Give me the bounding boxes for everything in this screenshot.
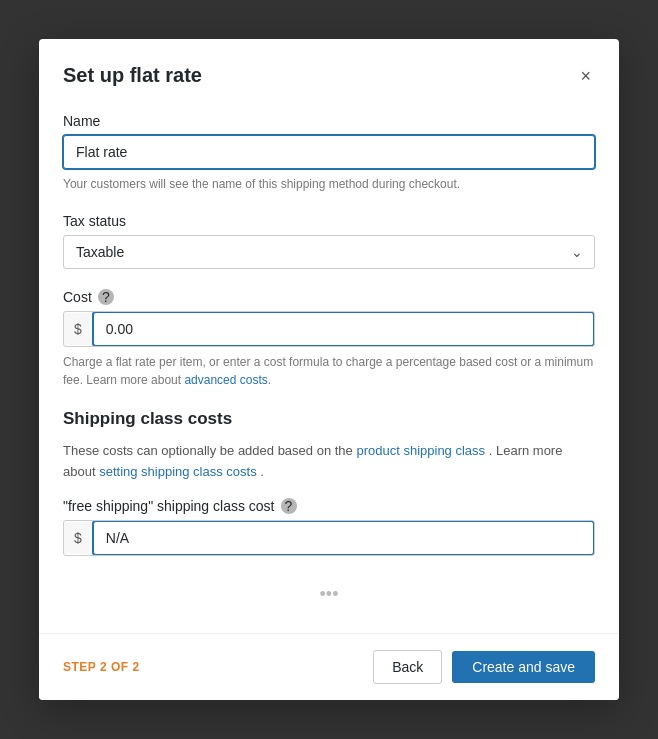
free-shipping-input-wrapper: $ xyxy=(63,520,595,556)
name-field-group: Name Your customers will see the name of… xyxy=(63,113,595,193)
modal-header: Set up flat rate × xyxy=(39,39,619,105)
cost-field-group: Cost ? $ Charge a flat rate per item, or… xyxy=(63,289,595,389)
cost-input-wrapper: $ xyxy=(63,311,595,347)
back-button[interactable]: Back xyxy=(373,650,442,684)
cost-label-row: Cost ? xyxy=(63,289,595,305)
name-input[interactable] xyxy=(63,135,595,169)
free-shipping-label: "free shipping" shipping class cost xyxy=(63,498,275,514)
advanced-costs-link[interactable]: advanced costs xyxy=(184,373,267,387)
cost-hint: Charge a flat rate per item, or enter a … xyxy=(63,353,595,389)
cost-label: Cost xyxy=(63,289,92,305)
free-shipping-label-row: "free shipping" shipping class cost ? xyxy=(63,498,595,514)
modal-dialog: Set up flat rate × Name Your customers w… xyxy=(39,39,619,701)
close-button[interactable]: × xyxy=(576,63,595,89)
footer-actions: Back Create and save xyxy=(373,650,595,684)
free-shipping-input[interactable] xyxy=(93,521,594,555)
product-shipping-class-link[interactable]: product shipping class xyxy=(356,443,485,458)
free-shipping-prefix: $ xyxy=(64,522,93,554)
name-label: Name xyxy=(63,113,595,129)
tax-status-label: Tax status xyxy=(63,213,595,229)
cost-prefix: $ xyxy=(64,313,93,345)
cost-input[interactable] xyxy=(93,312,594,346)
setting-shipping-class-costs-link[interactable]: setting shipping class costs xyxy=(99,464,257,479)
modal-title: Set up flat rate xyxy=(63,64,202,87)
shipping-class-title: Shipping class costs xyxy=(63,409,595,429)
tax-status-select[interactable]: Taxable None xyxy=(63,235,595,269)
tax-status-select-wrapper: Taxable None ⌄ xyxy=(63,235,595,269)
create-and-save-button[interactable]: Create and save xyxy=(452,651,595,683)
scroll-indicator: ••• xyxy=(63,576,595,609)
tax-status-field-group: Tax status Taxable None ⌄ xyxy=(63,213,595,269)
step-text: STEP 2 OF 2 xyxy=(63,660,140,674)
free-shipping-field-group: "free shipping" shipping class cost ? $ xyxy=(63,498,595,556)
shipping-class-section: Shipping class costs These costs can opt… xyxy=(63,409,595,557)
free-shipping-help-icon[interactable]: ? xyxy=(281,498,297,514)
name-hint: Your customers will see the name of this… xyxy=(63,175,595,193)
shipping-class-desc: These costs can optionally be added base… xyxy=(63,441,595,483)
modal-footer: STEP 2 OF 2 Back Create and save xyxy=(39,633,619,700)
cost-help-icon[interactable]: ? xyxy=(98,289,114,305)
modal-body: Name Your customers will see the name of… xyxy=(39,105,619,634)
